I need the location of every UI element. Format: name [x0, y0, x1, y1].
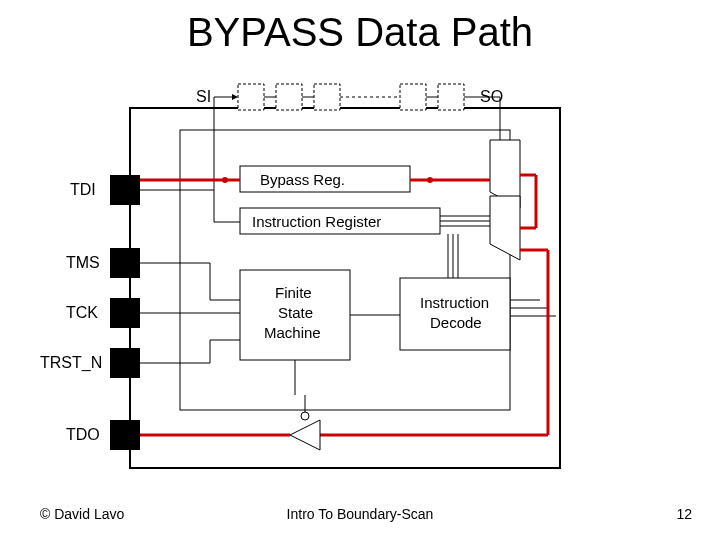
decode-line1: Instruction [420, 294, 489, 311]
node-dot [222, 177, 228, 183]
si-label: SI [196, 88, 211, 105]
svg-marker-44 [290, 420, 320, 450]
svg-point-45 [301, 412, 309, 420]
node-dot [427, 177, 433, 183]
footer-right: 12 [676, 506, 692, 522]
fsm-line3: Machine [264, 324, 321, 341]
fsm-line2: State [278, 304, 313, 321]
decode-line2: Decode [430, 314, 482, 331]
tdo-buffer [290, 395, 320, 450]
slide: BYPASS Data Path SI SO [0, 0, 720, 540]
diagram-svg: SI SO TDI TMS TCK TRST_N TDO Bypass Reg.… [0, 0, 720, 540]
footer-center: Intro To Boundary-Scan [0, 506, 720, 522]
tdi-label: TDI [70, 181, 96, 198]
trstn-pad [110, 348, 140, 378]
trstn-label: TRST_N [40, 354, 102, 372]
tdo-pad [110, 420, 140, 450]
bypass-reg-label: Bypass Reg. [260, 171, 345, 188]
tms-pad [110, 248, 140, 278]
svg-rect-3 [400, 84, 426, 110]
tck-label: TCK [66, 304, 98, 321]
lower-mux [490, 196, 520, 260]
tdo-label: TDO [66, 426, 100, 443]
svg-rect-1 [276, 84, 302, 110]
tms-label: TMS [66, 254, 100, 271]
svg-marker-10 [232, 94, 238, 100]
svg-rect-2 [314, 84, 340, 110]
tck-pad [110, 298, 140, 328]
pin-pads [110, 175, 140, 450]
svg-rect-0 [238, 84, 264, 110]
svg-rect-4 [438, 84, 464, 110]
tdi-pad [110, 175, 140, 205]
instruction-register-label: Instruction Register [252, 213, 381, 230]
fsm-line1: Finite [275, 284, 312, 301]
